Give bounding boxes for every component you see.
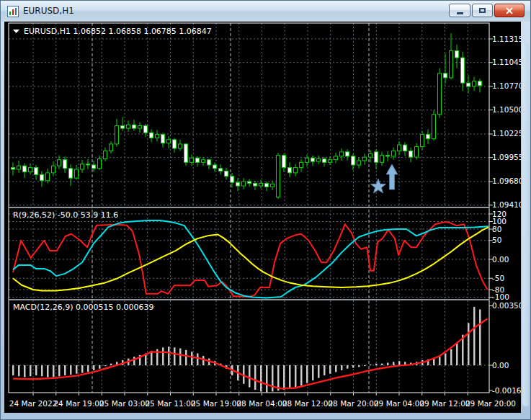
arrow-up-icon[interactable] [386, 164, 398, 189]
bull-candle [190, 158, 194, 162]
bull-candle [81, 164, 84, 169]
bull-candle [277, 156, 280, 197]
macd-histogram-bar [104, 365, 107, 366]
candlestick-series [12, 33, 482, 199]
macd-histogram-bar [439, 357, 441, 365]
macd-histogram-bar [168, 347, 170, 365]
time-tick-label: 25 Mar 03:00 [99, 399, 150, 408]
macd-histogram-bar [335, 365, 337, 372]
bear-candle [225, 171, 228, 176]
bull-candle [179, 144, 182, 148]
macd-histogram-bar [450, 349, 452, 365]
time-tick-label: 28 Mar 12:00 [282, 399, 333, 408]
oscillator-tick-label: -100 [492, 292, 509, 301]
macd-histogram-bar [387, 362, 389, 365]
bear-candle [133, 125, 136, 128]
macd-histogram-bar [323, 365, 326, 375]
bull-candle [138, 125, 142, 128]
chart-canvas[interactable]: 1.113151.110451.107701.105001.102251.099… [4, 22, 521, 413]
bear-candle [323, 159, 326, 163]
bear-candle [213, 165, 217, 169]
vertical-scrollbar[interactable] [522, 43, 529, 406]
symbol-dropdown-icon[interactable] [13, 30, 19, 33]
macd-histogram-bar [249, 365, 251, 388]
bear-candle [63, 160, 67, 169]
oscillator-tick-label: 0.00 [492, 255, 509, 264]
bull-candle [98, 159, 102, 169]
time-tick-label: 29 Mar 12:00 [419, 399, 470, 408]
bear-candle [478, 81, 482, 86]
macd-histogram-bar [41, 365, 43, 376]
bear-candle [40, 174, 44, 180]
macd-tick-label: 0.003508 [492, 301, 521, 310]
bear-candle [208, 160, 211, 165]
macd-histogram-bar [24, 365, 26, 377]
close-button[interactable] [494, 4, 525, 17]
macd-histogram-bar [272, 365, 274, 391]
bear-candle [461, 58, 465, 83]
bear-candle [184, 144, 188, 162]
price-tick-label: 1.10770 [492, 81, 521, 90]
macd-histogram-bar [358, 365, 360, 367]
oscillator-axis: 12010080500.00-50-80-100 [489, 210, 509, 302]
macd-label: MACD(12,26,9) 0.000515 0.000639 [13, 303, 154, 312]
macd-histogram-bar [254, 365, 256, 390]
time-tick-label: 24 Mar 2022 [9, 399, 58, 408]
macd-histogram-bar [479, 309, 481, 365]
oscillator-tick-label: 50 [492, 236, 501, 244]
macd-histogram-bar [295, 365, 297, 388]
minimize-button[interactable] [449, 4, 470, 17]
ohlc-readout: EURUSD,H1 1.06852 1.06858 1.06785 1.0684… [24, 27, 212, 36]
maximize-icon [479, 8, 486, 13]
time-tick-label: 28 Mar 04:00 [236, 399, 287, 408]
bear-candle [144, 125, 148, 133]
macd-histogram-bar [318, 365, 320, 378]
bull-candle [340, 152, 344, 156]
macd-histogram-bar [277, 365, 280, 390]
bear-candle [282, 156, 286, 168]
bull-candle [58, 160, 61, 166]
macd-histogram-bar [341, 365, 343, 370]
price-tick-label: 1.09955 [492, 153, 521, 161]
maximize-button[interactable] [472, 4, 493, 17]
macd-histogram-bar [306, 365, 308, 383]
macd-histogram-bar [53, 365, 55, 377]
bear-candle [23, 166, 27, 171]
price-tick-label: 1.11315 [492, 35, 521, 43]
oscillator-tick-label: 80 [492, 225, 501, 233]
bear-candle [352, 156, 355, 165]
star-icon[interactable] [371, 179, 386, 193]
bull-candle [363, 157, 367, 161]
bear-candle [161, 135, 165, 143]
bull-candle [156, 135, 159, 138]
bear-candle [375, 152, 378, 163]
oscillator-header: R(9,26,52) -50.0 53.9 11.6 [13, 210, 118, 220]
macd-histogram-bar [381, 364, 383, 365]
bull-candle [52, 166, 55, 173]
macd-histogram-bar [70, 365, 72, 375]
minimize-icon [457, 12, 463, 14]
bull-candle [46, 173, 50, 181]
bear-candle [288, 168, 292, 173]
bear-candle [86, 164, 90, 165]
bull-candle [438, 73, 442, 115]
titlebar[interactable]: EURUSD,H1 [1, 1, 530, 22]
macd-histogram-bar [473, 307, 476, 365]
bear-candle [150, 133, 153, 138]
bear-candle [265, 183, 269, 187]
bear-candle [311, 158, 315, 161]
macd-histogram-bar [260, 365, 262, 391]
macd-histogram-bar [99, 365, 101, 369]
macd-signal-line [13, 318, 487, 388]
bull-candle [432, 115, 436, 139]
macd-histogram-bar [456, 343, 458, 365]
macd-histogram-bar [347, 365, 349, 369]
time-tick-label: 28 Mar 20:00 [328, 399, 378, 408]
bull-candle [357, 161, 361, 165]
bull-candle [380, 156, 384, 163]
macd-histogram-bar [174, 347, 176, 365]
macd-histogram-bar [162, 347, 164, 365]
macd-histogram-bar [191, 352, 193, 365]
bull-candle [392, 151, 396, 156]
macd-histogram-bar [93, 365, 95, 370]
